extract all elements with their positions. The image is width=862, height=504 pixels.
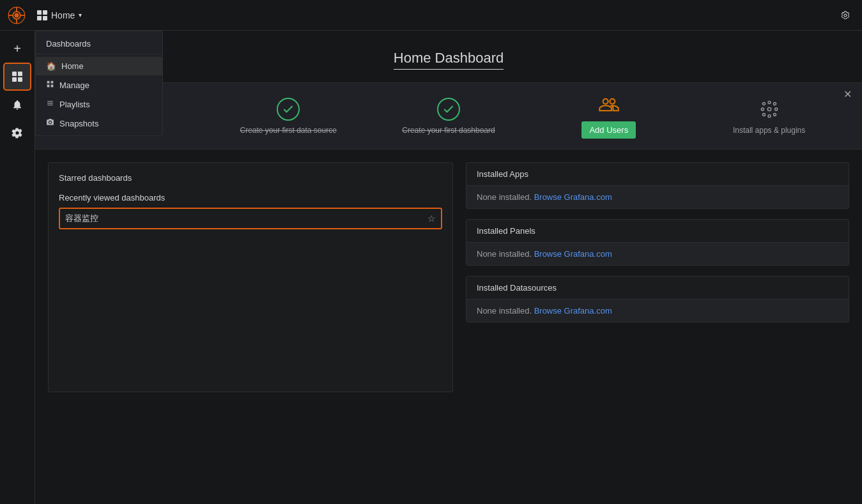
- step-check-dashboard: [437, 98, 460, 121]
- svg-point-9: [768, 114, 771, 117]
- installed-apps-header: Installed Apps: [466, 163, 849, 186]
- recently-viewed-section: Recently viewed dashboards 容器监控 ☆: [59, 193, 442, 229]
- svg-point-15: [762, 113, 765, 116]
- dropdown-playlists-label: Playlists: [59, 100, 90, 109]
- installed-datasources-section: Installed Datasources None installed. Br…: [466, 276, 849, 323]
- dashboard-item-name: 容器监控: [65, 213, 98, 224]
- installed-panels-body: None installed. Browse Grafana.com: [466, 243, 849, 265]
- installed-datasources-none: None installed.: [477, 306, 532, 316]
- setup-step-plugins: Install apps & plugins: [689, 98, 849, 135]
- sidebar-add-button[interactable]: +: [4, 36, 30, 61]
- page-title: Home Dashboard: [394, 50, 504, 70]
- svg-point-12: [762, 102, 765, 105]
- home-label: Home: [51, 10, 75, 20]
- dropdown-item-manage[interactable]: Manage: [36, 75, 162, 95]
- installed-datasources-header: Installed Datasources: [466, 277, 849, 300]
- settings-button[interactable]: [835, 5, 856, 26]
- star-icon[interactable]: ☆: [427, 213, 436, 224]
- dropdown-manage-label: Manage: [59, 80, 89, 90]
- setup-step-datasource: Create your first data source: [208, 98, 369, 135]
- dropdown-item-home[interactable]: 🏠 Home: [36, 57, 162, 75]
- sidebar-alerts-button[interactable]: [4, 92, 30, 118]
- add-users-button[interactable]: Add Users: [581, 121, 636, 139]
- plus-icon: +: [13, 42, 21, 56]
- home-nav-button[interactable]: Home ▾: [32, 8, 87, 23]
- dropdown-home-label: Home: [61, 61, 84, 71]
- svg-point-10: [761, 108, 764, 111]
- home-icon: 🏠: [46, 61, 56, 71]
- setup-step-users: Add Users: [528, 93, 689, 139]
- plugins-icon-container: [758, 98, 781, 121]
- topbar-right: [835, 5, 856, 26]
- dashboards-grid-icon: [12, 72, 22, 82]
- step-label-datasource: Create your first data source: [240, 126, 336, 135]
- step-check-datasource: [277, 98, 300, 121]
- bell-icon: [12, 99, 23, 111]
- chevron-down-icon: ▾: [79, 11, 82, 19]
- svg-point-7: [767, 107, 771, 111]
- topbar-left: Home ▾: [6, 5, 87, 26]
- grafana-logo: [6, 5, 27, 26]
- starred-dashboards-section: Starred dashboards: [59, 173, 442, 183]
- starred-dashboards-heading: Starred dashboards: [59, 173, 442, 183]
- installed-panels-header: Installed Panels: [466, 220, 849, 243]
- gear-icon: [840, 10, 850, 20]
- browse-apps-link[interactable]: Browse Grafana.com: [534, 192, 612, 202]
- dropdown-item-playlists[interactable]: Playlists: [36, 95, 162, 114]
- sidebar-dashboards-button[interactable]: [4, 64, 30, 89]
- setup-step-dashboard: Create your first dashboard: [369, 98, 529, 135]
- browse-datasources-link[interactable]: Browse Grafana.com: [534, 306, 612, 316]
- grid-icon: [37, 10, 47, 20]
- config-gear-icon: [12, 127, 23, 139]
- svg-point-13: [773, 113, 776, 116]
- dropdown-header: Dashboards: [36, 34, 162, 54]
- browse-panels-link[interactable]: Browse Grafana.com: [534, 249, 612, 259]
- step-label-plugins: Install apps & plugins: [733, 126, 805, 135]
- svg-point-14: [773, 102, 776, 105]
- dropdown-snapshots-label: Snapshots: [59, 119, 98, 128]
- right-panel: Installed Apps None installed. Browse Gr…: [466, 162, 849, 392]
- main-layout: + Dashboards 🏠 Home Manag: [0, 31, 862, 504]
- sidebar-config-button[interactable]: [4, 120, 30, 146]
- playlists-icon: [46, 99, 54, 109]
- svg-point-6: [15, 13, 19, 17]
- snapshots-icon: [46, 118, 54, 128]
- dashboards-dropdown: Dashboards 🏠 Home Manage Playlists Snaps…: [35, 31, 163, 136]
- main-sections: Starred dashboards Recently viewed dashb…: [35, 149, 862, 405]
- left-panel: Starred dashboards Recently viewed dashb…: [48, 162, 453, 392]
- installed-apps-none: None installed.: [477, 192, 532, 202]
- installed-panels-none: None installed.: [477, 249, 532, 259]
- sidebar: +: [0, 31, 35, 504]
- svg-point-8: [768, 101, 771, 103]
- installed-datasources-body: None installed. Browse Grafana.com: [466, 300, 849, 322]
- installed-apps-body: None installed. Browse Grafana.com: [466, 186, 849, 208]
- topbar: Home ▾: [0, 0, 862, 31]
- plugins-icon: [759, 99, 780, 119]
- setup-close-button[interactable]: ✕: [843, 88, 852, 100]
- installed-apps-section: Installed Apps None installed. Browse Gr…: [466, 162, 849, 209]
- recently-viewed-heading: Recently viewed dashboards: [59, 193, 442, 202]
- users-icon-container: [597, 93, 620, 116]
- dashboard-item[interactable]: 容器监控 ☆: [59, 208, 442, 229]
- step-label-dashboard: Create your first dashboard: [402, 126, 495, 135]
- svg-point-11: [774, 108, 777, 111]
- dropdown-item-snapshots[interactable]: Snapshots: [36, 114, 162, 133]
- installed-panels-section: Installed Panels None installed. Browse …: [466, 219, 849, 266]
- manage-icon: [46, 80, 54, 90]
- users-icon: [599, 95, 619, 115]
